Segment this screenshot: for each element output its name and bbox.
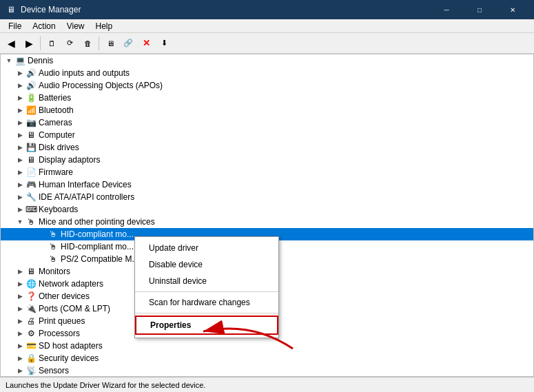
tree-arrow-audio-io[interactable]: [14, 68, 25, 79]
tree-arrow-hid-mouse1[interactable]: [37, 229, 48, 240]
tree-arrow-print-queues[interactable]: [14, 316, 25, 327]
tree-icon-computer: 🖥: [25, 130, 37, 141]
tree-item-firmware[interactable]: 📄Firmware: [1, 166, 533, 178]
toolbar-connect-button[interactable]: 🔗: [120, 35, 136, 52]
menu-action[interactable]: Action: [27, 20, 61, 32]
window-controls: ─ □ ✕: [431, 0, 528, 19]
tree-label-batteries: Batteries: [39, 93, 71, 103]
toolbar-computer-button[interactable]: 🖥: [102, 35, 119, 52]
tree-arrow-dennis[interactable]: [3, 55, 14, 66]
toolbar-uninstall-button[interactable]: 🗑: [79, 35, 96, 52]
ctx-uninstall-device[interactable]: Uninstall device: [135, 273, 278, 289]
tree-item-computer[interactable]: 🖥Computer: [1, 129, 533, 141]
tree-icon-disk-drives: 💾: [25, 142, 37, 153]
tree-label-ps2-mouse: PS/2 Compatible M...: [61, 254, 138, 264]
tree-item-sensors[interactable]: 📡Sensors: [1, 364, 533, 377]
tree-icon-hid-mouse1: 🖱: [48, 229, 59, 240]
maximize-button[interactable]: □: [464, 0, 495, 19]
tree-icon-firmware: 📄: [25, 167, 37, 178]
tree-arrow-sensors[interactable]: [14, 365, 25, 376]
tree-arrow-processors[interactable]: [14, 328, 25, 339]
tree-icon-dennis: 💻: [14, 55, 25, 66]
window-title: Device Manager: [21, 5, 427, 14]
tree-label-sensors: Sensors: [39, 366, 69, 375]
tree-item-security[interactable]: 🔒Security devices: [1, 352, 533, 364]
tree-icon-display: 🖥: [25, 154, 37, 165]
toolbar-update-driver-button[interactable]: ⟳: [61, 35, 78, 52]
tree-item-audio-io[interactable]: 🔊Audio inputs and outputs: [1, 67, 533, 79]
tree-label-hid: Human Interface Devices: [39, 180, 132, 189]
tree-arrow-audio-proc[interactable]: [14, 80, 25, 91]
menu-bar: File Action View Help: [0, 19, 534, 33]
tree-arrow-mice[interactable]: [14, 216, 25, 227]
tree-label-ide: IDE ATA/ATAPI controllers: [39, 192, 134, 202]
tree-icon-sd-host: 💳: [25, 340, 37, 351]
tree-item-cameras[interactable]: 📷Cameras: [1, 116, 533, 129]
tree-item-batteries[interactable]: 🔋Batteries: [1, 92, 533, 104]
tree-arrow-network[interactable]: [14, 278, 25, 289]
tree-label-security: Security devices: [39, 353, 99, 363]
ctx-scan-changes[interactable]: Scan for hardware changes: [135, 294, 278, 311]
tree-label-hid-mouse1: HID-compliant mo...: [61, 229, 134, 239]
tree-arrow-bluetooth[interactable]: [14, 105, 25, 116]
tree-item-dennis[interactable]: 💻Dennis: [1, 54, 533, 67]
minimize-button[interactable]: ─: [431, 0, 462, 19]
tree-arrow-display[interactable]: [14, 154, 25, 165]
tree-item-bluetooth[interactable]: 📶Bluetooth: [1, 104, 533, 116]
tree-label-monitors: Monitors: [39, 267, 70, 276]
toolbar-back-button[interactable]: ◀: [3, 35, 19, 52]
tree-icon-monitors: 🖥: [25, 266, 37, 277]
toolbar-download-button[interactable]: ⬇: [156, 35, 172, 52]
tree-arrow-firmware[interactable]: [14, 167, 25, 178]
tree-icon-keyboards: ⌨: [25, 204, 37, 215]
tree-arrow-other[interactable]: [14, 291, 25, 302]
menu-view[interactable]: View: [61, 20, 90, 32]
tree-arrow-ports[interactable]: [14, 303, 25, 314]
ctx-disable-device[interactable]: Disable device: [135, 256, 278, 273]
tree-arrow-sd-host[interactable]: [14, 340, 25, 351]
tree-label-network: Network adapters: [39, 279, 103, 289]
tree-arrow-computer[interactable]: [14, 130, 25, 141]
menu-file[interactable]: File: [3, 20, 27, 32]
tree-icon-other: ❓: [25, 291, 37, 302]
tree-label-processors: Processors: [39, 329, 80, 338]
toolbar-properties-button[interactable]: 🗒: [43, 35, 60, 52]
tree-arrow-keyboards[interactable]: [14, 204, 25, 215]
ctx-update-driver[interactable]: Update driver: [135, 240, 278, 256]
tree-item-display[interactable]: 🖥Display adaptors: [1, 154, 533, 166]
tree-label-keyboards: Keyboards: [39, 205, 78, 214]
tree-label-dennis: Dennis: [28, 56, 53, 65]
tree-item-disk-drives[interactable]: 💾Disk drives: [1, 141, 533, 154]
tree-arrow-hid-mouse2[interactable]: [37, 241, 48, 252]
toolbar-remove-button[interactable]: ✕: [138, 35, 154, 52]
tree-arrow-cameras[interactable]: [14, 117, 25, 128]
tree-icon-ide: 🔧: [25, 192, 37, 203]
tree-arrow-monitors[interactable]: [14, 266, 25, 277]
tree-label-hid-mouse2: HID-compliant mo...: [61, 242, 134, 251]
tree-arrow-security[interactable]: [14, 353, 25, 364]
tree-icon-ps2-mouse: 🖱: [48, 254, 59, 265]
tree-item-audio-proc[interactable]: 🔊Audio Processing Objects (APOs): [1, 79, 533, 92]
ctx-properties[interactable]: Properties: [135, 316, 278, 335]
tree-item-mice[interactable]: 🖱Mice and other pointing devices: [1, 216, 533, 228]
tree-icon-sensors: 📡: [25, 365, 37, 376]
tree-item-ide[interactable]: 🔧IDE ATA/ATAPI controllers: [1, 191, 533, 203]
tree-icon-ports: 🔌: [25, 303, 37, 314]
tree-item-hid[interactable]: 🎮Human Interface Devices: [1, 178, 533, 191]
tree-arrow-disk-drives[interactable]: [14, 142, 25, 153]
ctx-separator-2: [135, 313, 278, 313]
tree-arrow-hid[interactable]: [14, 179, 25, 190]
tree-icon-bluetooth: 📶: [25, 105, 37, 116]
tree-label-display: Display adaptors: [39, 155, 100, 165]
toolbar-forward-button[interactable]: ▶: [21, 35, 37, 52]
tree-item-keyboards[interactable]: ⌨Keyboards: [1, 203, 533, 216]
menu-help[interactable]: Help: [90, 20, 119, 32]
tree-item-sd-host[interactable]: 💳SD host adapters: [1, 340, 533, 352]
tree-arrow-batteries[interactable]: [14, 92, 25, 103]
tree-label-other: Other devices: [39, 291, 90, 301]
tree-arrow-ide[interactable]: [14, 192, 25, 203]
tree-arrow-ps2-mouse[interactable]: [37, 254, 48, 265]
status-text: Launches the Update Driver Wizard for th…: [6, 381, 205, 389]
tree-icon-audio-proc: 🔊: [25, 80, 37, 91]
close-button[interactable]: ✕: [497, 0, 528, 19]
